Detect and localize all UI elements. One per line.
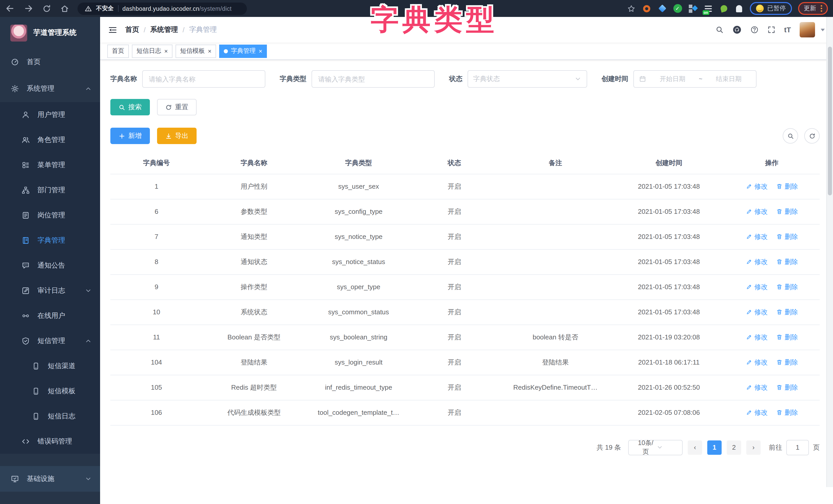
extension-list-on-icon[interactable]: on <box>704 4 713 13</box>
window-scrollbar[interactable] <box>826 17 833 487</box>
close-icon[interactable]: × <box>208 48 211 54</box>
dict-type-input[interactable] <box>312 70 435 88</box>
sidebar-item-sms-log[interactable]: 短信日志 <box>0 404 100 429</box>
extension-target-icon[interactable] <box>642 4 651 13</box>
delete-link[interactable]: 删除 <box>776 182 798 191</box>
extension-gem-icon[interactable] <box>658 4 667 13</box>
extension-green-icon[interactable]: ✓ <box>673 4 682 13</box>
sidebar-item-post-management[interactable]: 岗位管理 <box>0 203 100 228</box>
fullscreen-icon[interactable] <box>767 26 776 34</box>
sidebar-item-audit-log[interactable]: 审计日志 <box>0 278 100 303</box>
refresh-table-button[interactable] <box>804 128 820 144</box>
address-bar[interactable]: 不安全 dashboard.yudao.iocoder.cn/system/di… <box>77 2 247 15</box>
breadcrumb-system[interactable]: 系统管理 <box>150 25 178 34</box>
sidebar-item-sms-channel[interactable]: 短信渠道 <box>0 353 100 378</box>
edit-link[interactable]: 修改 <box>745 182 767 191</box>
delete-link[interactable]: 删除 <box>776 358 798 367</box>
font-size-icon[interactable]: tT <box>784 26 791 34</box>
sidebar-item-sms-management[interactable]: 短信管理 <box>0 328 100 353</box>
cell-dict-type-link[interactable]: sys_oper_type <box>305 274 412 299</box>
github-icon[interactable] <box>732 25 742 34</box>
delete-link[interactable]: 删除 <box>776 408 798 417</box>
tab-sms-template[interactable]: 短信模板× <box>175 44 216 58</box>
cell-dict-type-link[interactable]: tool_codegen_template_t… <box>305 400 412 425</box>
user-avatar[interactable] <box>800 22 815 37</box>
extension-puzzle-icon[interactable] <box>688 4 697 13</box>
tab-dict-management[interactable]: 字典管理× <box>219 44 267 58</box>
cell-dict-type-link[interactable]: sys_user_sex <box>305 174 412 199</box>
extension-leaf-icon[interactable] <box>719 4 728 13</box>
page-button-2[interactable]: 2 <box>727 440 741 455</box>
cell-dict-type-link[interactable]: sys_login_result <box>305 350 412 375</box>
search-button[interactable]: 搜索 <box>110 99 150 116</box>
status-select[interactable]: 字典状态 <box>468 70 587 88</box>
page-button-1[interactable]: 1 <box>707 440 722 455</box>
header-search-icon[interactable] <box>715 26 724 34</box>
reset-button[interactable]: 重置 <box>157 99 196 116</box>
browser-update-group[interactable]: 更新 <box>798 2 828 15</box>
edit-link[interactable]: 修改 <box>745 358 767 367</box>
export-button[interactable]: 导出 <box>157 128 196 144</box>
cell-dict-type-link[interactable]: sys_common_status <box>305 299 412 325</box>
sidebar-item-home[interactable]: 首页 <box>0 49 100 75</box>
date-range-picker[interactable]: 开始日期 ~ 结束日期 <box>633 70 757 88</box>
browser-forward-icon[interactable] <box>24 4 33 13</box>
toggle-search-button[interactable] <box>783 128 798 144</box>
sidebar-item-online-users[interactable]: 在线用户 <box>0 303 100 328</box>
breadcrumb-home[interactable]: 首页 <box>125 25 139 34</box>
delete-link[interactable]: 删除 <box>776 282 798 292</box>
edit-link[interactable]: 修改 <box>745 232 767 241</box>
cell-dict-type-link[interactable]: sys_boolean_string <box>305 325 412 350</box>
delete-link[interactable]: 删除 <box>776 207 798 216</box>
sidebar-item-role-management[interactable]: 角色管理 <box>0 127 100 152</box>
bookmark-star-icon[interactable] <box>627 4 636 13</box>
edit-link[interactable]: 修改 <box>745 408 767 417</box>
browser-home-icon[interactable] <box>60 4 69 13</box>
profile-paused-badge[interactable]: 已暂停 <box>750 2 792 15</box>
browser-back-icon[interactable] <box>5 4 15 13</box>
next-page-button[interactable]: › <box>746 440 761 455</box>
browser-reload-icon[interactable] <box>42 4 51 13</box>
cell-dict-type-link[interactable]: sys_notice_type <box>305 224 412 249</box>
help-icon[interactable] <box>751 26 759 34</box>
browser-menu-icon[interactable] <box>821 5 822 12</box>
app-logo-row[interactable]: 芋道管理系统 <box>0 17 100 49</box>
sidebar-item-notice[interactable]: 通知公告 <box>0 253 100 278</box>
edit-link[interactable]: 修改 <box>745 257 767 266</box>
delete-link[interactable]: 删除 <box>776 307 798 317</box>
cell-dict-type-link[interactable]: inf_redis_timeout_type <box>305 375 412 400</box>
sidebar-item-menu-management[interactable]: 菜单管理 <box>0 152 100 177</box>
delete-link[interactable]: 删除 <box>776 257 798 266</box>
goto-page-input[interactable] <box>786 440 809 455</box>
sidebar-item-user-management[interactable]: 用户管理 <box>0 102 100 127</box>
sidebar-item-error-code[interactable]: 错误码管理 <box>0 429 100 454</box>
edit-link[interactable]: 修改 <box>745 307 767 317</box>
delete-link[interactable]: 删除 <box>776 232 798 241</box>
sidebar-item-dict-management[interactable]: 字典管理 <box>0 228 100 253</box>
dict-name-input[interactable] <box>142 70 265 88</box>
update-button[interactable]: 更新 <box>804 4 816 13</box>
cell-dict-type-link[interactable]: sys_notice_status <box>305 249 412 274</box>
edit-link[interactable]: 修改 <box>745 383 767 392</box>
add-button[interactable]: 新增 <box>110 128 150 144</box>
avatar-caret-down-icon[interactable] <box>821 28 825 31</box>
tab-sms-log[interactable]: 短信日志× <box>132 44 172 58</box>
sidebar-item-infrastructure[interactable]: 基础设施 <box>0 466 100 492</box>
delete-link[interactable]: 删除 <box>776 332 798 342</box>
cell-dict-type-link[interactable]: sys_config_type <box>305 199 412 224</box>
sidebar-item-sms-template[interactable]: 短信模板 <box>0 378 100 404</box>
extension-ghost-icon[interactable] <box>735 4 744 13</box>
sidebar-item-department-management[interactable]: 部门管理 <box>0 177 100 203</box>
edit-link[interactable]: 修改 <box>745 207 767 216</box>
delete-link[interactable]: 删除 <box>776 383 798 392</box>
prev-page-button[interactable]: ‹ <box>688 440 702 455</box>
close-icon[interactable]: × <box>164 48 168 54</box>
sidebar-fold-icon[interactable] <box>108 25 117 34</box>
sidebar-item-system-management[interactable]: 系统管理 <box>0 75 100 102</box>
close-icon[interactable]: × <box>259 48 262 54</box>
edit-link[interactable]: 修改 <box>745 332 767 342</box>
page-size-select[interactable]: 10条/页 <box>628 440 683 455</box>
scrollbar-thumb[interactable] <box>828 47 832 195</box>
edit-link[interactable]: 修改 <box>745 282 767 292</box>
tab-home[interactable]: 首页 <box>107 44 129 58</box>
